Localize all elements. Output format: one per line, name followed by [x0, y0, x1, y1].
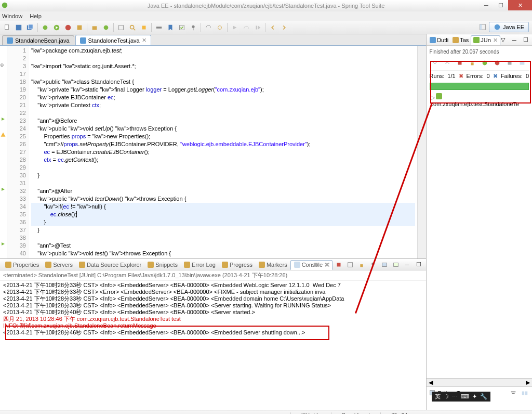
view-menu-icon[interactable]: ▽: [498, 35, 508, 45]
clear-console-icon[interactable]: [345, 260, 355, 270]
task-icon[interactable]: [177, 22, 187, 33]
tab-junit[interactable]: JUn✕: [471, 35, 500, 45]
window-title: Java EE - standalone/ejbModule/com/zxuqi…: [148, 3, 385, 9]
run-last-icon[interactable]: [63, 22, 73, 33]
tab-error-log[interactable]: Error Log: [181, 261, 219, 269]
expand-icon[interactable]: ▷: [431, 94, 435, 100]
toggle-breadcrumb-icon[interactable]: [154, 22, 164, 33]
svg-rect-1: [5, 24, 9, 29]
menu-bar: Window Help: [0, 11, 532, 21]
test-suite-icon: [436, 93, 442, 99]
refactor-icon[interactable]: [203, 22, 214, 33]
new-package-icon[interactable]: [89, 22, 100, 33]
rerun-failed-icon[interactable]: [492, 58, 502, 68]
maximize-button[interactable]: ☐: [494, 0, 508, 10]
ime-settings-icon[interactable]: ✦: [472, 393, 477, 400]
menu-window[interactable]: Window: [2, 13, 22, 19]
code-content[interactable]: "kw">package com.zxuqian.ejb.test;"kw">i…: [29, 46, 417, 258]
ime-dots-icon[interactable]: ⋯: [452, 393, 458, 400]
close-tab-icon[interactable]: ✕: [493, 37, 498, 44]
scroll-lock-icon[interactable]: [467, 58, 477, 68]
svg-rect-29: [393, 263, 398, 266]
run-icon[interactable]: [51, 22, 62, 33]
tab-properties[interactable]: Properties: [2, 261, 42, 269]
open-type-icon[interactable]: [116, 22, 126, 33]
save-all-icon[interactable]: [25, 22, 35, 33]
scroll-left-icon[interactable]: ◀: [429, 379, 433, 386]
close-button[interactable]: ✕: [508, 0, 532, 10]
perspective-javaee[interactable]: Java EE: [489, 22, 529, 32]
scroll-right-icon[interactable]: ▶: [526, 379, 530, 386]
tab-data-source-explorer[interactable]: Data Source Explorer: [76, 261, 144, 269]
new-class-icon[interactable]: [101, 22, 111, 33]
remove-all-icon[interactable]: [322, 260, 332, 270]
scroll-lock-icon[interactable]: [356, 260, 367, 270]
svg-rect-24: [337, 263, 340, 266]
open-perspective-icon[interactable]: [477, 22, 488, 32]
forward-icon[interactable]: [279, 22, 289, 33]
ime-moon-icon[interactable]: ☽: [444, 393, 449, 400]
pin-icon[interactable]: [188, 22, 198, 33]
step-icon[interactable]: [230, 22, 240, 33]
ime-toolbar[interactable]: 英 ☽ ⋯ ⌨ ✦ 🔧: [432, 392, 490, 402]
refresh-icon[interactable]: [215, 22, 225, 33]
svg-rect-26: [360, 264, 363, 267]
compare-icon[interactable]: [520, 388, 530, 398]
stop-junit-icon[interactable]: [504, 58, 515, 68]
svg-rect-30: [458, 61, 461, 65]
main-toolbar: Java EE: [0, 21, 532, 34]
external-tools-icon[interactable]: [74, 22, 85, 33]
filter-trace-icon[interactable]: [508, 388, 518, 398]
new-icon[interactable]: [2, 22, 12, 33]
bottom-tabs: PropertiesServersData Source ExplorerSni…: [0, 259, 426, 270]
back-icon[interactable]: [268, 22, 278, 33]
tab-tasks[interactable]: Tas: [450, 36, 471, 44]
debug-icon[interactable]: [40, 22, 50, 33]
svg-point-32: [482, 61, 487, 66]
svg-rect-34: [508, 61, 511, 65]
close-tab-icon[interactable]: ✕: [142, 37, 147, 44]
vertical-scrollbar[interactable]: [417, 46, 426, 258]
rerun-icon[interactable]: [480, 58, 490, 68]
svg-rect-15: [156, 27, 162, 29]
annotation-icon[interactable]: [139, 22, 149, 33]
search-icon[interactable]: [127, 22, 138, 33]
bookmark-icon[interactable]: [165, 22, 176, 33]
maximize-view-icon[interactable]: ☐: [521, 35, 531, 45]
step-over-icon[interactable]: [241, 22, 251, 33]
show-failures-icon[interactable]: [455, 58, 465, 68]
tab-standalonetest[interactable]: StandaloneTest.java ✕: [75, 35, 151, 45]
maximize-view-icon[interactable]: ☐: [414, 260, 424, 270]
tab-standalonebean[interactable]: StandaloneBean.java: [2, 35, 74, 45]
pin-console-icon[interactable]: [368, 260, 378, 270]
svg-rect-39: [522, 392, 524, 395]
prev-failure-icon[interactable]: [442, 58, 453, 68]
next-failure-icon[interactable]: [430, 58, 440, 68]
ime-keyboard-icon[interactable]: ⌨: [461, 393, 469, 400]
tab-servers[interactable]: Servers: [42, 261, 76, 269]
tab-outline[interactable]: Outli: [428, 36, 451, 44]
menu-help[interactable]: Help: [30, 13, 42, 19]
junit-icon: [473, 37, 480, 43]
tab-snippets[interactable]: Snippets: [144, 261, 181, 269]
save-icon[interactable]: [14, 22, 24, 33]
tab-progress[interactable]: Progress: [219, 261, 256, 269]
ime-wrench-icon[interactable]: 🔧: [480, 393, 487, 400]
history-icon[interactable]: [517, 58, 527, 68]
right-panel: Outli Tas JUn✕ ▽ ─ ☐ Finished after 20.0…: [427, 34, 532, 410]
minimize-view-icon[interactable]: ─: [509, 35, 520, 45]
minimize-view-icon[interactable]: ─: [402, 260, 413, 270]
tab-markers[interactable]: Markers: [256, 261, 290, 269]
open-console-icon[interactable]: [391, 260, 401, 270]
minimize-button[interactable]: ─: [479, 0, 494, 10]
console-output[interactable]: <2013-4-21 下午10时28分33秒 CST> <Info> <Embe…: [0, 281, 426, 410]
code-editor[interactable]: ⊕ 12317181920212223242526272829303132333…: [0, 46, 426, 258]
junit-test-tree[interactable]: ▷ com.zxuqian.ejb.test.StandaloneTe: [430, 91, 529, 109]
junit-view: Finished after 20.067 seconds Runs:1/1 ✖…: [427, 46, 532, 111]
resume-icon[interactable]: [252, 22, 263, 33]
terminate-icon[interactable]: [334, 260, 344, 270]
display-console-icon[interactable]: [379, 260, 390, 270]
line-number-gutter: 1231718192021222324252627282930313233343…: [7, 46, 29, 258]
svg-rect-14: [142, 25, 146, 29]
remove-launch-icon[interactable]: [311, 260, 321, 270]
